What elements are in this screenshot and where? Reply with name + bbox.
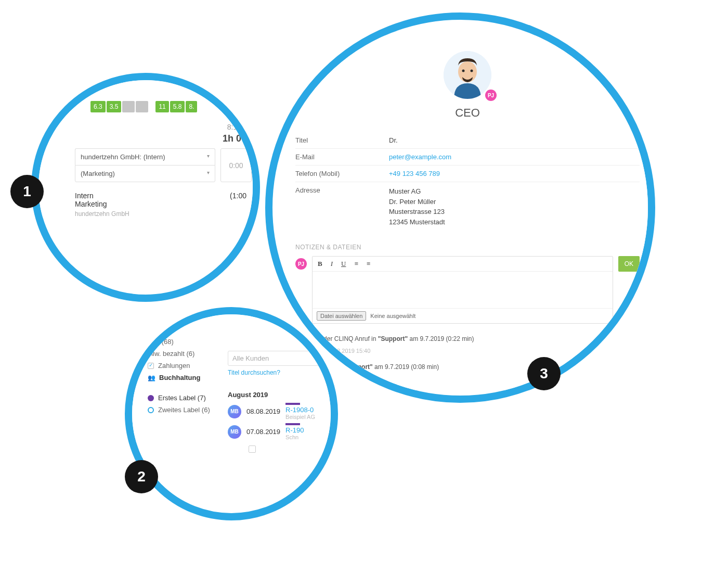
address-value: Muster AG Dr. Peter Müller Musterstrasse… <box>389 186 445 227</box>
chip-value[interactable]: 6.3 <box>90 101 106 112</box>
customer-search-input[interactable]: Alle Kunden <box>228 351 338 366</box>
email-link[interactable]: peter@example.com <box>389 153 451 161</box>
invoice-date: 08.08.2019 <box>246 408 280 415</box>
invoice-ref-link[interactable]: R-1908-0 <box>285 406 314 414</box>
label-filter-2[interactable]: Zweites Label (6) <box>148 404 215 416</box>
user-avatar: MB <box>228 405 241 418</box>
contact-avatar[interactable] <box>444 51 491 99</box>
sidebar-item[interactable]: (1) <box>148 324 215 336</box>
bubble2-content: (1) ällig (68) eilw. bezahlt (6) Zahlung… <box>132 314 338 458</box>
sidebar-item[interactable]: eilw. bezahlt (6) <box>148 348 215 360</box>
sidebar: (1) ällig (68) eilw. bezahlt (6) Zahlung… <box>132 314 220 458</box>
chip-value[interactable]: 8. <box>186 101 197 112</box>
log-changed-meta: eändert am 09.08.2019 15:40 <box>295 347 640 359</box>
activity-log: Ausgehender CLINQ Anruf in "Support" am … <box>295 331 640 390</box>
ok-button[interactable]: OK <box>618 256 640 272</box>
entry-sub: Marketing <box>75 200 246 208</box>
chip-empty <box>122 101 135 112</box>
entry-title: Intern <box>75 192 94 200</box>
invoice-customer: Schn <box>285 434 304 440</box>
invoice-customer: Beispiel AG <box>285 414 315 420</box>
accounting-icon: 👥 <box>148 374 155 381</box>
log-entry[interactable]: ort" am 9.7.2019 (10:00 min) <box>295 375 640 390</box>
callout-badge-3: 3 <box>527 357 561 390</box>
field-key: Titel <box>295 136 389 144</box>
log-time-ago: vor 15 Minuten <box>602 335 640 342</box>
svg-point-1 <box>458 61 477 82</box>
invoice-row[interactable]: MB 08.08.2019 R-1908-0 Beispiel AG <box>228 403 338 420</box>
bubble-contact-detail: PJ CEO Titel Dr. E-Mail peter@example.co… <box>265 12 655 403</box>
chip-value[interactable]: 11 <box>155 101 168 112</box>
editor-toolbar: B I U ≡ ≡ <box>313 257 613 272</box>
user-avatar: MB <box>228 425 241 439</box>
timer-display[interactable]: 0:00 <box>220 148 252 182</box>
field-key: Adresse <box>295 186 389 227</box>
sidebar-item-payments[interactable]: Zahlungen <box>148 360 215 372</box>
bold-button[interactable]: B <box>318 260 322 268</box>
italic-button[interactable]: I <box>331 260 333 268</box>
bubble1-content: 6.3 3.5 11 5.8 8. 8:15 1h 0 hundertzehn … <box>31 80 260 218</box>
company-select[interactable]: hundertzehn GmbH: (Intern) <box>75 148 215 165</box>
log-entry[interactable]: r CLINQ Anruf in "Support" am 9.7.2019 (… <box>295 359 640 375</box>
underline-button[interactable]: U <box>341 260 346 268</box>
label-dot-icon <box>148 395 154 401</box>
svg-point-3 <box>471 70 473 72</box>
field-value: Dr. <box>389 136 398 144</box>
entry-company: hundertzehn GmbH <box>75 210 246 218</box>
field-key: Telefon (Mobil) <box>295 170 389 177</box>
invoice-row[interactable]: MB 07.08.2019 R-190 Schn <box>228 423 338 440</box>
file-none-label: Keine ausgewählt <box>370 313 415 319</box>
search-hint-link[interactable]: Titel durchsuchen? <box>228 369 338 376</box>
invoice-date: 07.08.2019 <box>246 428 280 436</box>
callout-badge-1: 1 <box>10 175 44 208</box>
field-row-email: E-Mail peter@example.com <box>295 149 640 165</box>
invoice-ref-link[interactable]: R-190 <box>285 426 304 434</box>
file-choose-button[interactable]: Datei auswählen <box>317 311 366 321</box>
bubble3-content: PJ CEO Titel Dr. E-Mail peter@example.co… <box>283 35 652 390</box>
bubble-invoices: (1) ällig (68) eilw. bezahlt (6) Zahlung… <box>125 307 338 520</box>
phone-link[interactable]: +49 123 456 789 <box>389 170 440 177</box>
time-label: 8:15 <box>31 123 241 131</box>
svg-point-2 <box>462 70 465 72</box>
entry-duration: (1:00 <box>230 192 246 200</box>
contact-fields: Titel Dr. E-Mail peter@example.com Telef… <box>295 132 640 231</box>
chip-empty <box>136 101 148 112</box>
month-header: August 2019 <box>228 391 338 399</box>
checkbox-icon <box>148 363 154 369</box>
owner-badge: PJ <box>485 90 497 101</box>
field-row-address: Adresse Muster AG Dr. Peter Müller Muste… <box>295 182 640 231</box>
field-key: E-Mail <box>295 153 389 161</box>
numbered-list-button[interactable]: ≡ <box>367 260 370 268</box>
label-bar-icon <box>285 423 300 425</box>
field-row-phone: Telefon (Mobil) +49 123 456 789 <box>295 165 640 182</box>
department-select[interactable]: (Marketing) <box>75 165 215 182</box>
sidebar-item[interactable]: ällig (68) <box>148 336 215 348</box>
label-ring-icon <box>148 407 154 413</box>
field-row-title: Titel Dr. <box>295 132 640 149</box>
checkbox-empty[interactable] <box>249 445 256 453</box>
log-entry[interactable]: Ausgehender CLINQ Anruf in "Support" am … <box>295 331 640 347</box>
owner-badge-small: PJ <box>295 258 307 270</box>
contact-role: CEO <box>283 106 652 120</box>
label-bar-icon <box>285 403 300 405</box>
avatar-section: PJ <box>283 51 652 99</box>
time-entry[interactable]: Intern (1:00 Marketing hundertzehn GmbH <box>75 192 246 218</box>
callout-badge-2: 2 <box>125 460 158 493</box>
bullet-list-button[interactable]: ≡ <box>354 260 358 268</box>
notes-editor[interactable]: B I U ≡ ≡ Datei auswählen Keine ausgewäh… <box>312 256 613 324</box>
chip-value[interactable]: 5.8 <box>170 101 185 112</box>
chip-value[interactable]: 3.5 <box>107 101 122 112</box>
sidebar-item-accounting[interactable]: 👥Buchhaltung <box>148 372 215 384</box>
week-chips: 6.3 3.5 11 5.8 8. <box>90 101 260 112</box>
bubble-time-tracking: 6.3 3.5 11 5.8 8. 8:15 1h 0 hundertzehn … <box>31 73 260 302</box>
notes-textarea[interactable] <box>313 272 613 308</box>
label-filter-1[interactable]: Erstes Label (7) <box>148 392 215 404</box>
duration-label: 1h 0 <box>31 133 241 144</box>
notes-section-label: NOTIZEN & DATEIEN <box>295 244 640 251</box>
